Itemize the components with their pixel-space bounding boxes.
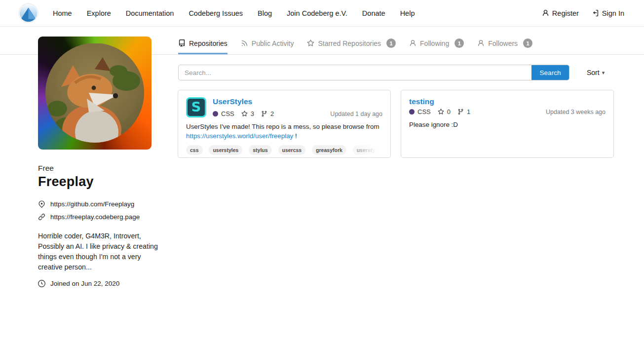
link-icon (38, 213, 45, 221)
fork-icon (261, 111, 267, 117)
profile-avatar (38, 37, 152, 150)
personal-website-link[interactable]: https://freeplay.codeberg.page (50, 213, 140, 221)
repo-name-link[interactable]: testing (409, 97, 470, 106)
repo-header: testing CSS 0 1 Updated 3 weeks ago (409, 97, 606, 115)
profile-website-row: https://freeplay.codeberg.page (38, 213, 163, 221)
tab-label: Following (420, 39, 449, 47)
topic-tag: greasyfork (312, 145, 346, 155)
navbar-account-area: Register Sign In (542, 9, 624, 17)
tab-following[interactable]: Following 1 (409, 38, 464, 54)
tab-public-activity[interactable]: Public Activity (241, 38, 294, 54)
fork-count: 2 (270, 110, 274, 117)
tab-repositories[interactable]: Repositories (178, 38, 227, 54)
codeberg-logo-icon[interactable] (19, 4, 38, 22)
repo-topics: css userstyles stylus usercss greasyfork… (186, 145, 382, 155)
repo-description-text: UserStyles I've made! This repo is a mes… (186, 123, 379, 130)
sort-dropdown[interactable]: Sort ▾ (587, 69, 605, 77)
topic-tag: userstyles (209, 145, 242, 155)
location-pin-icon (38, 200, 45, 208)
star-icon (241, 111, 248, 117)
star-icon (438, 109, 444, 115)
fork-icon (457, 109, 464, 115)
register-button[interactable]: Register (542, 9, 579, 17)
search-field-wrap: Search (178, 65, 569, 80)
repo-description: Please ignore :D (409, 120, 606, 130)
nav-link-help[interactable]: Help (393, 0, 422, 27)
star-icon (307, 39, 314, 47)
profile-bio: Horrible coder, G4M3R, Introvert, Possib… (38, 231, 163, 272)
rss-icon (241, 39, 248, 47)
star-count: 0 (447, 108, 451, 115)
starred-count-badge: 1 (386, 38, 396, 48)
nav-link-donate[interactable]: Donate (355, 0, 393, 27)
register-label: Register (552, 9, 579, 17)
repo-description: UserStyles I've made! This repo is a mes… (186, 122, 382, 141)
nav-link-codeberg-issues[interactable]: Codeberg Issues (181, 0, 250, 27)
profile-tabs: Repositories Public Activity Starred Rep… (178, 38, 532, 54)
repo-updated-time: Updated 1 day ago (330, 111, 382, 117)
sign-in-icon (592, 9, 599, 17)
sort-label: Sort (587, 69, 600, 77)
repo-card-userstyles: S UserStyles CSS 3 2 Updated 1 day ago U… (178, 90, 391, 158)
joined-date-row: Joined on Jun 22, 2020 (38, 280, 163, 287)
person-icon (409, 39, 417, 47)
nav-link-documentation[interactable]: Documentation (118, 0, 182, 27)
search-button[interactable]: Search (531, 65, 569, 80)
topic-tag: stylus (249, 145, 271, 155)
repo-header: S UserStyles CSS 3 2 Updated 1 day ago (186, 97, 382, 117)
tab-label: Starred Repositories (318, 39, 381, 47)
github-profile-link[interactable]: https://github.com/Freeplayg (50, 200, 134, 208)
topic-tag: userstyle (353, 145, 382, 155)
sign-in-button[interactable]: Sign In (592, 9, 624, 17)
repo-meta: CSS 3 2 (213, 110, 274, 117)
caret-down-icon: ▾ (602, 70, 605, 76)
main-navigation: Home Explore Documentation Codeberg Issu… (45, 0, 422, 27)
profile-links: https://github.com/Freeplayg https://fre… (38, 200, 163, 221)
repo-card-testing: testing CSS 0 1 Updated 3 weeks ago Plea… (401, 90, 614, 158)
repo-name-link[interactable]: UserStyles (213, 97, 274, 106)
repo-meta: CSS 0 1 (409, 108, 470, 115)
nav-link-join-codeberg[interactable]: Join Codeberg e.V. (279, 0, 355, 27)
search-input[interactable] (178, 65, 569, 80)
userstyles-repo-avatar: S (186, 97, 206, 117)
profile-location-row: https://github.com/Freeplayg (38, 200, 163, 208)
userstyles-world-link[interactable]: https://userstyles.world/user/freeplay (186, 132, 293, 140)
fork-count: 1 (467, 108, 470, 115)
profile-display-name: Free (38, 164, 163, 173)
repo-updated-time: Updated 3 weeks ago (546, 109, 606, 115)
repo-description-suffix: ! (295, 132, 297, 140)
repo-info: UserStyles CSS 3 2 (213, 97, 274, 117)
topic-tag: usercss (278, 145, 306, 155)
following-count-badge: 1 (455, 38, 464, 48)
topic-tag: css (186, 145, 203, 155)
nav-link-home[interactable]: Home (45, 0, 79, 27)
tab-label: Followers (488, 39, 518, 47)
repository-list: S UserStyles CSS 3 2 Updated 1 day ago U… (178, 90, 614, 158)
fox-photo (45, 43, 144, 143)
tab-followers[interactable]: Followers 1 (477, 38, 532, 54)
followers-count-badge: 1 (523, 38, 532, 48)
clock-icon (38, 280, 45, 287)
language-dot (213, 111, 218, 116)
nav-link-blog[interactable]: Blog (250, 0, 279, 27)
person-icon (542, 9, 549, 17)
joined-date-text: Joined on Jun 22, 2020 (50, 280, 119, 287)
language-dot (409, 109, 415, 115)
language-label: CSS (417, 108, 431, 115)
top-navbar: Home Explore Documentation Codeberg Issu… (0, 0, 644, 27)
nav-link-explore[interactable]: Explore (79, 0, 118, 27)
repo-search-row: Search Sort ▾ (178, 65, 614, 80)
repo-icon (178, 39, 186, 47)
person-icon (477, 39, 485, 47)
language-label: CSS (221, 110, 234, 117)
tab-starred-repositories[interactable]: Starred Repositories 1 (307, 38, 396, 54)
profile-sidebar: Free Freeplay https://github.com/Freepla… (38, 37, 163, 287)
tab-label: Public Activity (252, 39, 294, 47)
profile-username: Freeplay (38, 174, 163, 190)
repo-info: testing CSS 0 1 (409, 97, 470, 115)
sign-in-label: Sign In (602, 9, 624, 17)
tab-label: Repositories (189, 39, 227, 47)
star-count: 3 (251, 110, 254, 117)
